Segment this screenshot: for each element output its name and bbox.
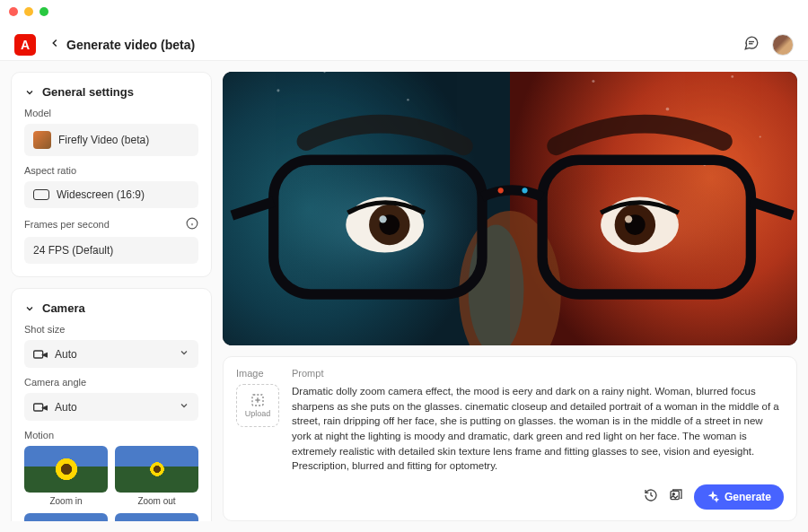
motion-thumb-zoom-out <box>115 446 198 493</box>
chevron-down-icon <box>179 400 189 414</box>
topbar-right <box>743 34 794 56</box>
logo-letter: A <box>21 38 30 52</box>
camera-icon <box>33 349 48 360</box>
motion-grid: Zoom in Zoom out <box>24 446 198 521</box>
back-button[interactable] <box>48 37 61 53</box>
general-settings-panel: General settings Model Firefly Video (be… <box>11 72 212 277</box>
camera-title: Camera <box>42 301 85 315</box>
widescreen-icon <box>33 189 49 200</box>
svg-point-33 <box>379 215 386 222</box>
motion-thumb-4 <box>115 513 198 521</box>
camera-panel: Camera Shot size Auto Camera angle <box>11 288 212 521</box>
shot-size-select[interactable]: Auto <box>24 340 198 368</box>
info-icon[interactable] <box>186 217 198 231</box>
preview-image <box>223 72 797 345</box>
svg-point-37 <box>625 215 632 222</box>
adobe-logo[interactable]: A <box>14 34 36 56</box>
svg-point-42 <box>672 493 674 495</box>
minimize-window-button[interactable] <box>24 7 33 16</box>
prompt-panel: Image Upload Prompt Dramatic dolly zoom … <box>223 356 797 521</box>
aspect-ratio-value: Widescreen (16:9) <box>57 188 145 201</box>
svg-rect-5 <box>34 351 43 358</box>
prompt-textarea[interactable]: Dramatic dolly zoom camera effect, the m… <box>292 384 784 474</box>
aspect-ratio-label: Aspect ratio <box>24 165 198 176</box>
prompt-actions: Generate <box>292 484 784 510</box>
camera-angle-label: Camera angle <box>24 377 198 388</box>
motion-zoom-out[interactable]: Zoom out <box>115 446 198 506</box>
camera-angle-select[interactable]: Auto <box>24 393 198 421</box>
chevron-down-icon <box>24 303 35 314</box>
shot-size-value: Auto <box>55 348 77 361</box>
motion-thumb-3 <box>24 513 108 521</box>
shot-size-label: Shot size <box>24 324 198 335</box>
motion-zoom-out-label: Zoom out <box>137 496 175 506</box>
upload-text: Upload <box>245 409 271 418</box>
page-title: Generate video (beta) <box>66 38 195 52</box>
image-upload-button[interactable]: Upload <box>236 384 279 427</box>
motion-zoom-in-label: Zoom in <box>49 496 82 506</box>
svg-point-17 <box>760 135 761 137</box>
svg-point-16 <box>731 75 733 78</box>
aspect-ratio-select[interactable]: Widescreen (16:9) <box>24 181 198 208</box>
svg-point-27 <box>522 188 527 193</box>
main-area: General settings Model Firefly Video (be… <box>0 61 808 532</box>
window-controls <box>9 7 48 16</box>
camera-icon <box>33 402 48 413</box>
avatar[interactable] <box>772 34 794 56</box>
svg-marker-8 <box>43 406 48 409</box>
comment-icon[interactable] <box>743 35 760 55</box>
camera-angle-value: Auto <box>55 401 77 414</box>
content-area: Image Upload Prompt Dramatic dolly zoom … <box>223 72 797 521</box>
general-settings-title: General settings <box>42 85 134 99</box>
camera-header[interactable]: Camera <box>24 301 198 315</box>
generate-button-label: Generate <box>725 491 771 503</box>
maximize-window-button[interactable] <box>40 7 48 16</box>
svg-point-11 <box>277 89 279 92</box>
history-icon[interactable] <box>644 488 658 506</box>
topbar: A Generate video (beta) <box>0 29 808 61</box>
motion-zoom-in[interactable]: Zoom in <box>24 446 108 506</box>
svg-point-26 <box>498 188 504 193</box>
image-upload-label: Image <box>236 368 264 379</box>
svg-point-14 <box>592 80 594 83</box>
fps-value: 24 FPS (Default) <box>33 244 113 257</box>
chevron-down-icon <box>24 87 35 98</box>
sparkle-icon <box>707 491 719 503</box>
svg-marker-6 <box>43 353 48 356</box>
model-value: Firefly Video (beta) <box>58 134 149 146</box>
svg-point-13 <box>407 99 408 100</box>
svg-point-15 <box>666 108 670 111</box>
sidebar: General settings Model Firefly Video (be… <box>11 72 212 521</box>
fps-select[interactable]: 24 FPS (Default) <box>24 237 198 264</box>
svg-rect-7 <box>34 404 43 411</box>
model-thumb-icon <box>33 131 51 149</box>
video-preview[interactable] <box>223 72 797 345</box>
settings-variation-icon[interactable] <box>669 488 683 506</box>
generate-button[interactable]: Generate <box>694 484 784 510</box>
motion-option-3[interactable] <box>24 513 108 521</box>
chevron-down-icon <box>179 347 189 361</box>
model-select[interactable]: Firefly Video (beta) <box>24 124 198 156</box>
model-label: Model <box>24 108 198 118</box>
motion-option-4[interactable] <box>115 513 198 521</box>
motion-label: Motion <box>24 430 198 440</box>
prompt-label: Prompt <box>292 368 784 379</box>
fps-label: Frames per second <box>24 217 198 231</box>
upload-icon <box>250 393 265 407</box>
general-settings-header[interactable]: General settings <box>24 85 198 99</box>
close-window-button[interactable] <box>9 7 18 16</box>
motion-thumb-zoom-in <box>24 446 108 493</box>
